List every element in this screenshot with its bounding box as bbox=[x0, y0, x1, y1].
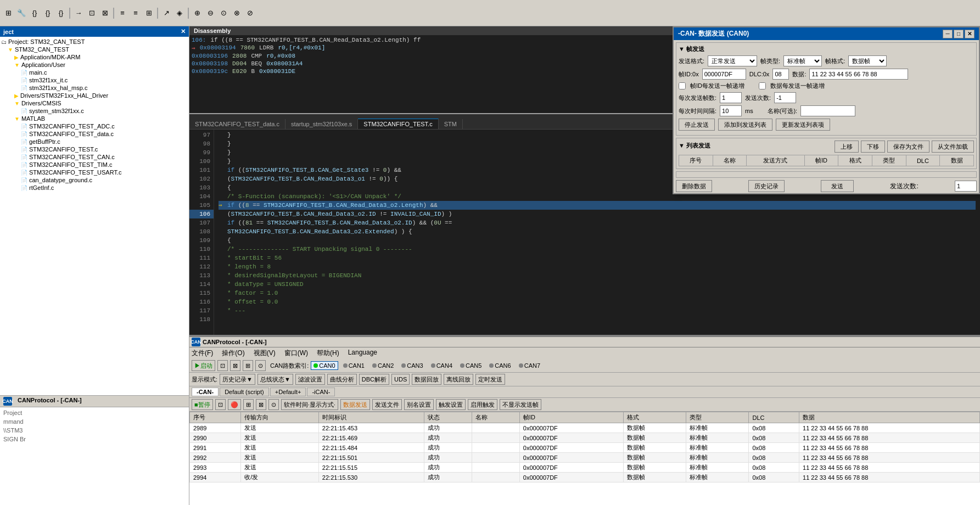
channel-can3[interactable]: CAN3 bbox=[399, 361, 425, 370]
tree-item-can[interactable]: 📄 STM32CANFIFO_TEST_CAN.c bbox=[1, 153, 188, 161]
tree-item-stm32[interactable]: ▼ STM32_CAN_TEST bbox=[1, 46, 188, 53]
bottom-tab-command[interactable]: mmand bbox=[1, 417, 188, 426]
send-times-input[interactable] bbox=[774, 92, 796, 103]
toolbar-btn-10[interactable]: ≡ bbox=[130, 7, 142, 19]
btn-history-bottom[interactable]: 历史记录 bbox=[748, 180, 785, 192]
tree-item-test[interactable]: 📄 STM32CANFIFO_TEST.c bbox=[1, 145, 188, 153]
tree-item-can-dt[interactable]: 📄 can_datatype_ground.c bbox=[1, 176, 188, 184]
btn-dt3[interactable]: ⊞ bbox=[243, 399, 254, 410]
subtab-ican[interactable]: -iCAN- bbox=[307, 388, 335, 396]
channel-can6[interactable]: CAN6 bbox=[486, 361, 513, 370]
data-input[interactable] bbox=[809, 69, 908, 80]
table-row[interactable]: 2993发送22:21:15.515成功0x000007DF数据帧标准帧0x08… bbox=[190, 463, 980, 473]
toolbar-btn-6[interactable]: → bbox=[72, 7, 85, 19]
btn-replay[interactable]: 数据回放 bbox=[412, 374, 441, 385]
menu-view[interactable]: 视图(V) bbox=[254, 349, 276, 358]
subtab-default-plus[interactable]: +Default+ bbox=[270, 388, 306, 396]
tree-item-appuser[interactable]: ▼ Application/User bbox=[1, 61, 188, 69]
win-maximize[interactable]: □ bbox=[954, 30, 964, 38]
close-icon[interactable]: ✕ bbox=[181, 28, 186, 35]
tree-item-buff[interactable]: 📄 getBuffPtr.c bbox=[1, 138, 188, 145]
send-times-bottom-input[interactable] bbox=[955, 181, 977, 192]
btn-uds[interactable]: UDS bbox=[391, 374, 410, 385]
toolbar-btn-2[interactable]: 🔧 bbox=[15, 7, 27, 19]
btn-busstatus[interactable]: 总线状态▼ bbox=[257, 374, 293, 385]
checkbox-label-1[interactable]: 帧ID每发送一帧递增 bbox=[679, 82, 744, 90]
channel-can0[interactable]: CAN0 bbox=[311, 361, 338, 370]
btn-dt5[interactable]: ⊙ bbox=[268, 399, 279, 410]
checkbox-frameid-inc[interactable] bbox=[679, 82, 686, 89]
tree-item-adc[interactable]: 📄 STM32CANFIFO_TEST_ADC.c bbox=[1, 122, 188, 130]
toolbar-btn-8[interactable]: ⊠ bbox=[99, 7, 111, 19]
send-count-input[interactable] bbox=[720, 92, 742, 103]
bottom-tab-project[interactable]: Project bbox=[1, 408, 188, 417]
toolbar-btn-7[interactable]: ⊡ bbox=[86, 7, 98, 19]
tree-item-rtget[interactable]: 📄 rtGetInf.c bbox=[1, 184, 188, 192]
tree-item-cmsis[interactable]: ▼ Drivers/CMSIS bbox=[1, 99, 188, 107]
toolbar-btn-16[interactable]: ⊙ bbox=[217, 7, 229, 19]
checkbox-label-2[interactable]: 数据每发送一帧递增 bbox=[759, 82, 825, 90]
btn-t3[interactable]: ⊞ bbox=[243, 360, 253, 371]
can-table-area[interactable]: 序号 传输方向 时间标识 状态 名称 帧ID 格式 类型 DLC 数据 bbox=[189, 412, 980, 505]
btn-dbc[interactable]: DBC解析 bbox=[359, 374, 389, 385]
btn-pause[interactable]: ■暂停 bbox=[192, 399, 213, 410]
btn-filter[interactable]: 滤波设置 bbox=[295, 374, 325, 385]
tab-startup[interactable]: startup_stm32f103xe.s bbox=[285, 119, 358, 129]
interval-input[interactable] bbox=[720, 105, 742, 116]
subtab-default-script[interactable]: Default (script) bbox=[220, 388, 269, 396]
toolbar-btn-17[interactable]: ⊗ bbox=[231, 7, 243, 19]
btn-enable-trigger[interactable]: 启用触发 bbox=[468, 399, 497, 410]
btn-send-bottom[interactable]: 发送 bbox=[821, 180, 854, 192]
frame-format-select[interactable]: 数据帧 bbox=[848, 55, 887, 66]
toolbar-btn-12[interactable]: ↗ bbox=[160, 7, 172, 19]
bottom-tab-sign[interactable]: SIGN Br bbox=[1, 435, 188, 444]
toolbar-btn-9[interactable]: ≡ bbox=[116, 7, 128, 19]
tree-item-it[interactable]: 📄 stm32f1xx_it.c bbox=[1, 76, 188, 84]
btn-add-to-list[interactable]: 添加到发送列表 bbox=[718, 119, 772, 131]
toolbar-btn-3[interactable]: {} bbox=[29, 7, 41, 19]
frameid-input[interactable] bbox=[702, 69, 746, 80]
btn-dt2[interactable]: 🔴 bbox=[228, 399, 241, 410]
bottom-tab-stm3[interactable]: \\STM3 bbox=[1, 426, 188, 435]
toolbar-btn-18[interactable]: ⊘ bbox=[244, 7, 256, 19]
tab-test[interactable]: STM32CANFIFO_TEST.c bbox=[358, 119, 438, 129]
tree-item-usart[interactable]: 📄 STM32CANFIFO_TEST_USART.c bbox=[1, 169, 188, 176]
table-row[interactable]: 2992发送22:21:15.501成功0x000007DF数据帧标准帧0x08… bbox=[190, 453, 980, 463]
frame-type-select[interactable]: 标准帧 bbox=[783, 55, 822, 66]
menu-language[interactable]: Language bbox=[348, 349, 377, 358]
channel-can4[interactable]: CAN4 bbox=[428, 361, 455, 370]
btn-offline[interactable]: 离线回放 bbox=[444, 374, 473, 385]
tree-project-root[interactable]: 🗂 Project: STM32_CAN_TEST bbox=[1, 38, 188, 46]
btn-move-down[interactable]: 下移 bbox=[861, 141, 885, 153]
tree-item-mdk[interactable]: ▶ Application/MDK-ARM bbox=[1, 53, 188, 61]
menu-file[interactable]: 文件(F) bbox=[192, 349, 213, 358]
toolbar-btn-14[interactable]: ⊕ bbox=[191, 7, 203, 19]
menu-help[interactable]: 帮助(H) bbox=[317, 349, 339, 358]
channel-can7[interactable]: CAN7 bbox=[516, 361, 543, 370]
tree-item-hal[interactable]: ▶ Drivers/STM32F1xx_HAL_Driver bbox=[1, 92, 188, 99]
tree-item-tim[interactable]: 📄 STM32CANFIFO_TEST_TIM.c bbox=[1, 161, 188, 169]
toolbar-btn-13[interactable]: ◈ bbox=[173, 7, 186, 19]
subtab-can[interactable]: -CAN- bbox=[192, 388, 219, 396]
btn-alias[interactable]: 别名设置 bbox=[404, 399, 434, 410]
tree-item-sys[interactable]: 📄 system_stm32f1xx.c bbox=[1, 107, 188, 115]
btn-data-send[interactable]: 数据发送 bbox=[340, 399, 370, 410]
btn-soft-time[interactable]: 软件时间·显示方式· bbox=[281, 399, 338, 410]
btn-dt1[interactable]: ⊡ bbox=[215, 399, 226, 410]
name-input[interactable] bbox=[800, 105, 855, 116]
toolbar-btn-4[interactable]: {} bbox=[42, 7, 54, 19]
win-close[interactable]: ✕ bbox=[965, 30, 975, 38]
table-row[interactable]: 2990发送22:21:15.469成功0x000007DF数据帧标准帧0x08… bbox=[190, 433, 980, 443]
btn-t2[interactable]: ⊠ bbox=[230, 360, 240, 371]
win-minimize[interactable]: ─ bbox=[943, 30, 953, 38]
channel-can1[interactable]: CAN1 bbox=[340, 361, 367, 370]
btn-no-show-send[interactable]: 不显示发送帧 bbox=[500, 399, 541, 410]
tab-data[interactable]: STM32CANFIFO_TEST_data.c bbox=[189, 119, 285, 129]
channel-can2[interactable]: CAN2 bbox=[369, 361, 396, 370]
toolbar-btn-11[interactable]: ⊞ bbox=[143, 7, 155, 19]
tree-item-msp[interactable]: 📄 stm32f1xx_hal_msp.c bbox=[1, 84, 188, 92]
btn-move-up[interactable]: 上移 bbox=[835, 141, 859, 153]
btn-save-file[interactable]: 保存为文件 bbox=[887, 141, 929, 153]
menu-ops[interactable]: 操作(O) bbox=[222, 349, 244, 358]
btn-t1[interactable]: ⊡ bbox=[217, 360, 228, 371]
